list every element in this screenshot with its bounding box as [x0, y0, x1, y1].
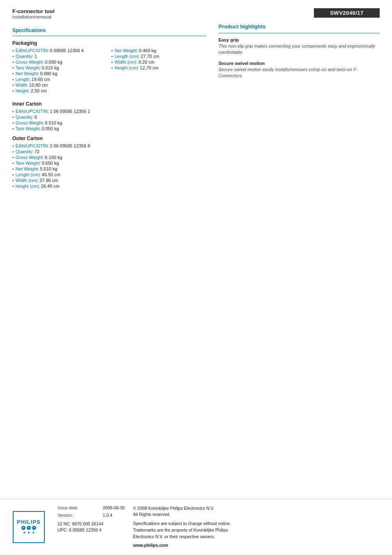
footer-copyright: © 2008 Koninklijke Philips Electronics N… — [133, 505, 380, 518]
page-container: F-connector tool Installation/removal SW… — [0, 0, 392, 555]
logo-star-2: ✦ — [27, 530, 30, 535]
footer-info: Issue date 2008-08-30 Version: 1.0.4 12 … — [58, 505, 380, 549]
packaging2-item-4: Height (cm):12.70 cm — [111, 65, 206, 71]
packaging-col2: Net Weight:0.460 kg Length (cm):27.70 cm… — [111, 48, 206, 97]
left-column: Specifications Packaging EAN/UPC/GTIN:6 … — [12, 23, 214, 192]
outer-carton-heading: Outer Carton — [12, 136, 206, 141]
footer-right-info: © 2008 Koninklijke Philips Electronics N… — [133, 505, 380, 549]
packaging-item-2: Quantity:1 — [12, 53, 107, 59]
inner-item-1: EAN/UPC/GTIN:1 06 09585 12356 1 — [12, 108, 206, 114]
logo-circles: ✦ ✦ ✦ — [21, 526, 36, 530]
logo-philips-text: PHILIPS — [17, 519, 41, 525]
logo-stars: ✦ ✦ ✦ — [23, 530, 35, 535]
highlights-divider — [219, 33, 380, 33]
logo-star-3: ✦ — [32, 530, 35, 535]
packaging-item-6: Length:19.60 cm — [12, 76, 107, 82]
header-left: F-connector tool Installation/removal — [12, 8, 55, 19]
packaging-heading: Packaging — [12, 40, 206, 46]
product-id-box: SWV2040/17 — [314, 8, 380, 18]
packaging-specs: EAN/UPC/GTIN:6 09585 12356 4 Quantity:1 … — [12, 48, 206, 97]
outer-item-1: EAN/UPC/GTIN:2 06 09585 12356 8 — [12, 143, 206, 149]
footer-nc: 12 NC: 8670 000 26144 UPC: 6 09585 12356… — [58, 521, 125, 534]
packaging-item-3: Gross Weight:0.090 kg — [12, 59, 107, 65]
highlight-item-1: Easy grip This non-slip grip makes conne… — [219, 37, 380, 56]
footer-issue-date-value: 2008-08-30 — [103, 505, 125, 510]
outer-carton-specs: EAN/UPC/GTIN:2 06 09585 12356 8 Quantity… — [12, 143, 206, 192]
inner-carton-list: EAN/UPC/GTIN:1 06 09585 12356 1 Quantity… — [12, 108, 206, 131]
outer-item-4: Tare Weight:0.650 kg — [12, 160, 206, 166]
right-column: Product highlights Easy grip This non-sl… — [214, 23, 380, 192]
footer-version-label: Version: — [58, 513, 103, 518]
philips-logo: PHILIPS ✦ ✦ ✦ ✦ ✦ ✦ — [12, 511, 45, 543]
outer-item-8: Height (cm):26.40 cm — [12, 183, 206, 189]
footer-version-row: Version: 1.0.4 — [58, 513, 125, 518]
inner-carton-heading: Inner Carton — [12, 101, 206, 107]
specs-divider — [12, 36, 206, 36]
logo-circle-3: ✦ — [32, 526, 36, 530]
header: F-connector tool Installation/removal SW… — [12, 8, 380, 19]
inner-item-4: Tare Weight:0.050 kg — [12, 126, 206, 131]
highlight-title-2: Secure swivel motion — [219, 61, 380, 66]
footer-website: www.philips.com — [133, 542, 380, 549]
inner-item-2: Quantity:6 — [12, 114, 206, 120]
footer-issue-date-row: Issue date 2008-08-30 — [58, 505, 125, 510]
outer-item-5: Net Weight:5.510 kg — [12, 166, 206, 172]
highlight-title-1: Easy grip — [219, 37, 380, 42]
highlight-desc-2: Secure swivel motion easily installs/rem… — [219, 67, 380, 79]
main-layout: Specifications Packaging EAN/UPC/GTIN:6 … — [12, 23, 380, 192]
packaging-list-2: Net Weight:0.460 kg Length (cm):27.70 cm… — [111, 48, 206, 71]
highlight-item-2: Secure swivel motion Secure swivel motio… — [219, 61, 380, 79]
packaging-list: EAN/UPC/GTIN:6 09585 12356 4 Quantity:1 … — [12, 48, 107, 94]
packaging-item-1: EAN/UPC/GTIN:6 09585 12356 4 — [12, 48, 107, 53]
footer-specs-note: Specifications are subject to change wit… — [133, 520, 380, 540]
outer-item-2: Quantity:72 — [12, 149, 206, 154]
packaging-col1: EAN/UPC/GTIN:6 09585 12356 4 Quantity:1 … — [12, 48, 107, 97]
footer-upc-text: UPC: 6 09585 12356 4 — [58, 527, 125, 534]
footer-left-info: Issue date 2008-08-30 Version: 1.0.4 12 … — [58, 505, 125, 549]
outer-item-3: Gross Weight:6.160 kg — [12, 154, 206, 160]
packaging-item-8: Height:2.50 cm — [12, 88, 107, 94]
product-highlights-heading: Product highlights — [219, 23, 380, 30]
footer-nc-text: 12 NC: 8670 000 26144 — [58, 521, 125, 527]
outer-item-7: Width (cm):37.90 cm — [12, 177, 206, 183]
packaging2-item-2: Length (cm):27.70 cm — [111, 53, 206, 59]
outer-col1: EAN/UPC/GTIN:2 06 09585 12356 8 Quantity… — [12, 143, 206, 192]
logo-circle-2: ✦ — [27, 526, 31, 530]
footer-issue-date-label: Issue date — [58, 505, 103, 510]
product-title: F-connector tool — [12, 8, 55, 14]
packaging-item-4: Tare Weight:0.010 kg — [12, 65, 107, 71]
logo-star-1: ✦ — [23, 530, 26, 535]
packaging2-item-3: Width (cm):9.20 cm — [111, 59, 206, 65]
specifications-heading: Specifications — [12, 28, 206, 33]
outer-carton-list: EAN/UPC/GTIN:2 06 09585 12356 8 Quantity… — [12, 143, 206, 189]
outer-item-6: Length (cm):46.50 cm — [12, 172, 206, 177]
logo-circle-1: ✦ — [21, 526, 25, 530]
product-subtitle: Installation/removal — [12, 14, 55, 19]
logo-box: PHILIPS ✦ ✦ ✦ ✦ ✦ ✦ — [13, 511, 45, 543]
footer: PHILIPS ✦ ✦ ✦ ✦ ✦ ✦ — [0, 499, 392, 555]
packaging-item-5: Net Weight:0.080 kg — [12, 71, 107, 76]
inner-item-3: Gross Weight:0.510 kg — [12, 120, 206, 126]
packaging-item-7: Width:10.80 cm — [12, 82, 107, 88]
highlight-desc-1: This non-slip grip makes connecting your… — [219, 43, 380, 56]
footer-version-value: 1.0.4 — [103, 513, 112, 518]
packaging2-item-1: Net Weight:0.460 kg — [111, 48, 206, 53]
